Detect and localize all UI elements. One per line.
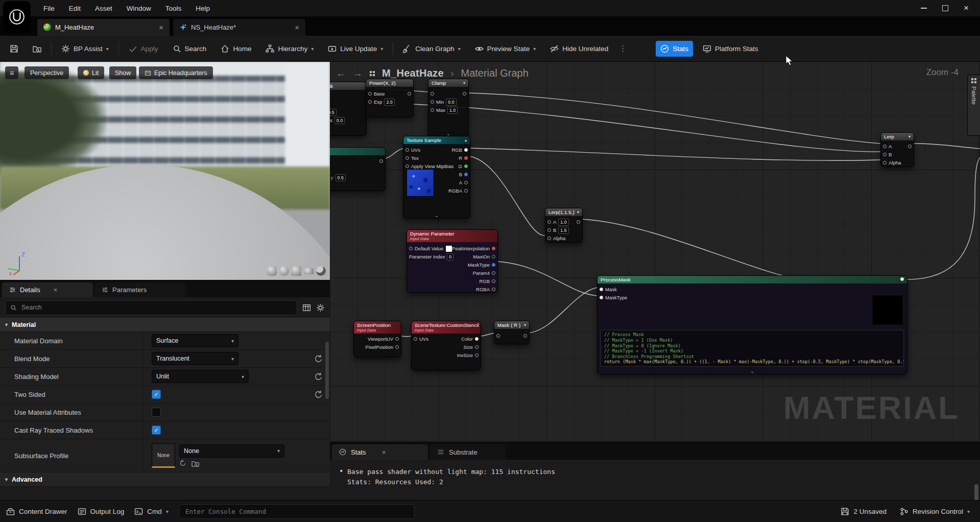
tab-close-icon[interactable]: ×	[159, 23, 163, 32]
save-button[interactable]	[5, 41, 23, 57]
details-search-box[interactable]	[5, 300, 297, 315]
input-pin[interactable]	[368, 92, 372, 96]
output-pin[interactable]	[475, 345, 479, 349]
chevron-down-icon[interactable]: ▾	[524, 321, 526, 329]
input-pin[interactable]	[405, 156, 409, 160]
input-pin-masktype[interactable]	[600, 296, 603, 299]
cube-shape-button[interactable]	[292, 266, 301, 276]
apply-button[interactable]: Apply	[124, 41, 163, 57]
node-panner[interactable]: ordinate0 me eedx0.0y0.5	[330, 147, 386, 191]
output-pin[interactable]	[475, 353, 479, 357]
reset-to-default-icon[interactable]	[314, 354, 323, 363]
unreal-engine-logo[interactable]	[3, 1, 31, 33]
tab-m-heathaze[interactable]: M_HeatHaze ×	[37, 18, 170, 36]
hierarchy-button[interactable]: Hierarchy▾	[261, 41, 318, 57]
column-view-icon[interactable]	[302, 303, 311, 312]
tab-stats[interactable]: Stats ×	[332, 444, 428, 460]
preview-state-button[interactable]: Preview State▾	[470, 41, 540, 57]
material-graph-canvas[interactable]: MATERIAL ← → M_HeatHaze › Material Graph…	[330, 61, 980, 442]
bp-assist-button[interactable]: BP Assist▾	[57, 41, 113, 57]
palette-tab[interactable]: Palette	[967, 75, 980, 136]
node-sphere-mask[interactable]: …Mask dius0.5 ardness0.0	[330, 82, 367, 136]
node-screen-position[interactable]: ScreenPositionInput Data ViewportUV Pixe…	[353, 321, 401, 358]
cmd-selector[interactable]: Cmd▾	[134, 507, 169, 516]
two-sided-checkbox[interactable]: ✓	[152, 390, 161, 399]
plane-shape-button[interactable]	[304, 268, 314, 274]
input-pin-mask[interactable]	[600, 288, 603, 291]
output-pin[interactable]	[395, 345, 399, 349]
output-pin[interactable]	[492, 255, 495, 258]
output-pin-r[interactable]	[464, 156, 468, 160]
material-domain-dropdown[interactable]: Surface▾	[152, 334, 238, 347]
use-selected-asset-icon[interactable]	[179, 460, 186, 467]
output-pin[interactable]	[379, 159, 383, 163]
input-pin[interactable]	[883, 145, 887, 148]
viewport-environment-button[interactable]: Epic Headquarters	[139, 66, 213, 79]
input-pin[interactable]	[431, 92, 434, 96]
input-pin[interactable]	[431, 100, 434, 104]
reset-to-default-icon[interactable]	[314, 390, 323, 399]
cylinder-shape-button[interactable]	[267, 266, 277, 276]
stats-tab-close-icon[interactable]: ×	[382, 448, 386, 456]
output-pin[interactable]	[908, 145, 912, 148]
viewport-options-icon[interactable]: ≡	[5, 66, 18, 79]
node-power[interactable]: Power(X, 2) Base Exp2.0	[366, 79, 414, 117]
menu-tools[interactable]: Tools	[159, 3, 188, 14]
chevron-down-icon[interactable]: ▾	[909, 133, 911, 140]
maximize-button[interactable]	[942, 5, 948, 11]
input-pin[interactable]	[368, 100, 372, 104]
cast-ray-traced-shadows-checkbox[interactable]: ✓	[152, 425, 161, 435]
browse-to-asset-button[interactable]	[28, 41, 46, 57]
tab-substrate[interactable]: Substrate	[430, 444, 506, 460]
node-lerp[interactable]: Lerp▾ A B Alpha	[880, 132, 914, 167]
reset-to-default-icon[interactable]	[314, 372, 323, 381]
sphere-shape-button[interactable]	[279, 266, 289, 276]
pin-value[interactable]: 0.0	[446, 99, 456, 106]
shading-model-dropdown[interactable]: Unlit▾	[152, 370, 249, 383]
tab-parameters[interactable]: Parameters	[94, 282, 185, 297]
tab-details[interactable]: Details ×	[2, 282, 93, 297]
preview-viewport[interactable]: ≡ Perspective Lit Show Epic Headquarters…	[0, 61, 330, 280]
input-pin[interactable]	[547, 220, 551, 224]
chevron-down-icon[interactable]: ▾	[577, 208, 579, 216]
node-process-mask[interactable]: ProcessMask Mask MaskType // Process Mas…	[597, 275, 907, 374]
output-pin-g[interactable]	[464, 164, 468, 168]
forward-arrow-icon[interactable]: →	[353, 68, 363, 79]
output-pin[interactable]	[492, 288, 495, 291]
output-pin-b[interactable]	[464, 173, 468, 176]
input-pin[interactable]	[883, 153, 887, 156]
output-pin-rgb[interactable]	[464, 148, 468, 152]
console-command-box[interactable]	[179, 504, 415, 519]
output-pin-rgba[interactable]	[464, 189, 468, 193]
revision-control-button[interactable]: Revision Control▾	[900, 507, 970, 516]
custom-mesh-button[interactable]	[316, 266, 326, 276]
menu-edit[interactable]: Edit	[62, 3, 87, 14]
search-button[interactable]: Search	[168, 41, 211, 57]
console-command-input[interactable]	[184, 507, 409, 516]
pin-value[interactable]: 1.0	[558, 219, 568, 226]
output-log-button[interactable]: Output Log	[78, 507, 125, 516]
node-dynamic-parameter[interactable]: Dynamic ParameterInput Data Default Valu…	[407, 229, 498, 293]
platform-stats-button[interactable]: Platform Stats	[698, 41, 763, 57]
output-pin[interactable]	[492, 271, 495, 275]
input-pin[interactable]	[409, 247, 413, 250]
texture-thumbnail[interactable]	[407, 169, 434, 197]
output-pin[interactable]	[900, 277, 904, 281]
node-mask-r[interactable]: Mask ( R )▾	[494, 321, 530, 344]
menu-window[interactable]: Window	[120, 3, 158, 14]
pin-value[interactable]: 1.5	[558, 227, 568, 234]
viewport-show-button[interactable]: Show	[109, 66, 136, 79]
input-pin[interactable]	[883, 161, 887, 164]
output-pin[interactable]	[577, 220, 580, 224]
details-tab-close-icon[interactable]: ×	[54, 286, 58, 294]
close-button[interactable]: ×	[964, 6, 969, 11]
chevron-down-icon[interactable]: ▾	[463, 79, 465, 87]
menu-help[interactable]: Help	[189, 3, 217, 14]
node-clamp[interactable]: Clamp▾ Min0.0 Max1.0 ⌄	[428, 79, 469, 137]
output-pin-a[interactable]	[464, 181, 468, 184]
browse-asset-icon[interactable]	[192, 460, 199, 467]
back-arrow-icon[interactable]: ←	[336, 68, 346, 79]
output-pin[interactable]	[463, 92, 466, 96]
pin-value[interactable]: 2.0	[384, 99, 394, 106]
input-pin[interactable]	[547, 236, 551, 240]
